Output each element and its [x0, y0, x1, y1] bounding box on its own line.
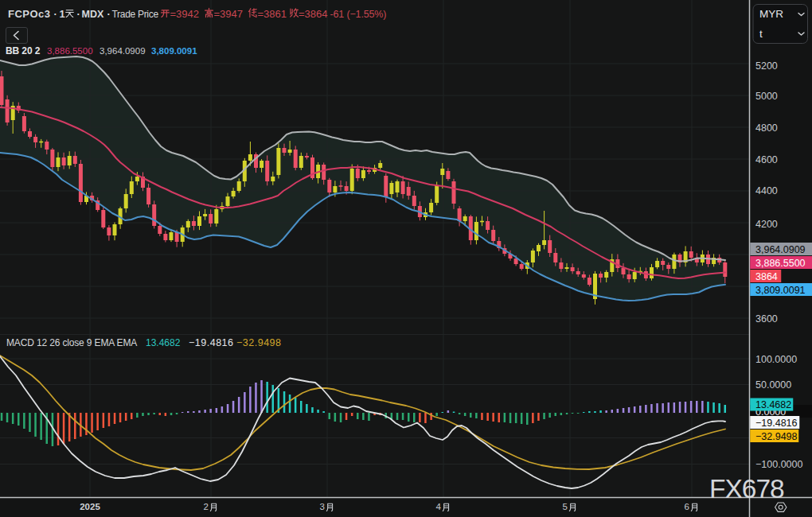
svg-text:5200: 5200 — [755, 60, 778, 72]
svg-text:Trade Price: Trade Price — [112, 9, 159, 20]
svg-text:3,886.5500: 3,886.5500 — [755, 258, 806, 269]
svg-text:FCPOc3: FCPOc3 — [8, 8, 51, 20]
svg-text:2025: 2025 — [80, 502, 100, 511]
svg-text:=3864: =3864 — [299, 8, 328, 20]
svg-text:4: 4 — [436, 502, 442, 511]
svg-text:MDX: MDX — [82, 9, 104, 20]
svg-text:MACD 12 26 close 9 EMA EMA: MACD 12 26 close 9 EMA EMA — [6, 337, 137, 348]
svg-text:6: 6 — [685, 502, 689, 511]
svg-text:BB 20 2: BB 20 2 — [6, 45, 41, 56]
svg-text:FX678: FX678 — [709, 474, 784, 503]
svg-text:MYR: MYR — [759, 8, 783, 20]
svg-text:−100.0000: −100.0000 — [755, 459, 802, 470]
svg-text:1: 1 — [60, 8, 65, 20]
svg-text:4800: 4800 — [755, 122, 778, 134]
svg-text:=3861: =3861 — [258, 8, 287, 20]
svg-text:5000: 5000 — [755, 91, 778, 102]
svg-text:-61 (−1.55%): -61 (−1.55%) — [330, 9, 387, 20]
svg-text:3,809.0091: 3,809.0091 — [755, 285, 806, 296]
svg-text:·: · — [107, 8, 111, 20]
svg-text:5: 5 — [563, 502, 568, 511]
svg-text:3,964.0909: 3,964.0909 — [100, 46, 146, 56]
svg-text:3,886.5500: 3,886.5500 — [47, 46, 93, 56]
svg-text:=3947: =3947 — [214, 8, 244, 20]
svg-text:−32.9498: −32.9498 — [236, 337, 281, 348]
svg-text:−19.4816: −19.4816 — [755, 418, 798, 429]
svg-text:3600: 3600 — [755, 313, 778, 325]
svg-text:4400: 4400 — [755, 185, 778, 196]
svg-text:·: · — [77, 8, 80, 20]
svg-text:=3942: =3942 — [170, 8, 200, 20]
svg-text:13.4682: 13.4682 — [755, 399, 791, 410]
svg-text:t: t — [759, 28, 763, 40]
svg-text:2: 2 — [204, 502, 209, 511]
svg-text:50.0000: 50.0000 — [755, 379, 791, 391]
svg-text:100.0000: 100.0000 — [755, 354, 797, 365]
svg-text:4200: 4200 — [755, 219, 778, 230]
svg-text:−32.9498: −32.9498 — [755, 431, 798, 442]
svg-text:3864: 3864 — [755, 271, 778, 282]
svg-text:3,809.0091: 3,809.0091 — [151, 46, 197, 56]
svg-text:3,964.0909: 3,964.0909 — [755, 244, 806, 255]
svg-text:−19.4816: −19.4816 — [189, 337, 233, 348]
svg-text:13.4682: 13.4682 — [146, 337, 181, 348]
svg-text:3: 3 — [320, 502, 325, 511]
svg-text:4600: 4600 — [755, 154, 778, 165]
svg-text:·: · — [54, 8, 57, 20]
